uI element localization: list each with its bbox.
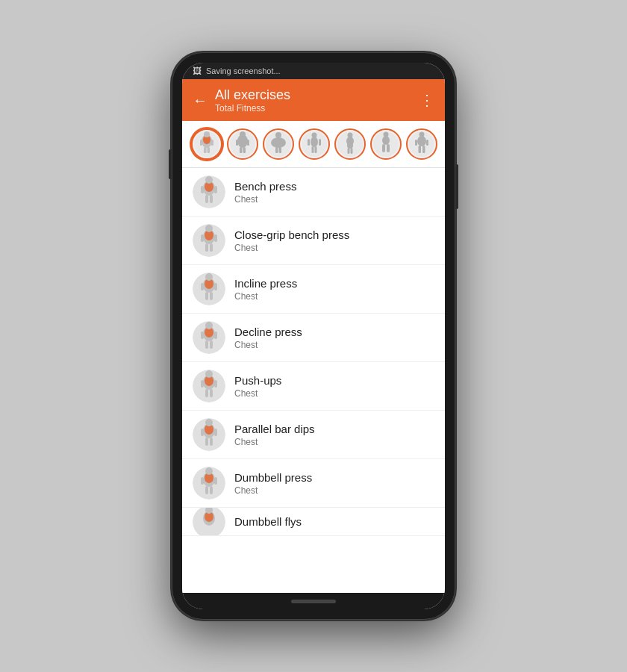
exercise-thumb-6 xyxy=(193,467,225,500)
muscle-filter-row xyxy=(182,121,445,168)
svg-rect-84 xyxy=(210,389,213,397)
svg-rect-89 xyxy=(201,429,204,436)
exercise-thumb-3 xyxy=(193,321,225,354)
svg-point-35 xyxy=(382,136,390,145)
svg-rect-37 xyxy=(387,144,390,152)
phone-screen: 🖼 Saving screenshot... ← All exercises T… xyxy=(182,63,445,609)
exercise-list: Bench press Chest xyxy=(182,168,445,593)
svg-point-16 xyxy=(271,137,286,148)
status-message: Saving screenshot... xyxy=(206,66,281,75)
exercise-info-3: Decline press Chest xyxy=(234,326,434,350)
svg-rect-57 xyxy=(201,234,204,242)
svg-rect-32 xyxy=(351,148,353,154)
svg-point-56 xyxy=(205,225,213,232)
svg-point-88 xyxy=(205,419,213,426)
home-bar xyxy=(182,593,445,609)
title-block: All exercises Total Fitness xyxy=(215,87,412,113)
svg-rect-59 xyxy=(205,243,208,252)
exercise-thumb-4 xyxy=(193,370,225,402)
svg-rect-25 xyxy=(312,146,314,153)
exercise-info-4: Push-ups Chest xyxy=(234,374,434,399)
svg-rect-58 xyxy=(214,234,217,242)
svg-rect-75 xyxy=(205,340,208,349)
svg-point-80 xyxy=(205,370,213,378)
exercise-name-7: Dumbbell flys xyxy=(234,515,434,528)
exercise-name-4: Push-ups xyxy=(234,374,434,387)
svg-rect-73 xyxy=(201,332,204,339)
exercise-name-2: Incline press xyxy=(234,277,434,290)
exercise-item-0[interactable]: Bench press Chest xyxy=(182,168,445,217)
exercise-muscle-1: Chest xyxy=(234,243,434,253)
exercise-item-3[interactable]: Decline press Chest xyxy=(182,314,445,362)
svg-rect-24 xyxy=(319,139,321,146)
app-bar-subtitle: Total Fitness xyxy=(215,103,412,113)
more-button[interactable]: ⋮ xyxy=(419,91,434,109)
exercise-thumb-7 xyxy=(193,508,225,536)
svg-rect-52 xyxy=(210,195,213,203)
exercise-item-2[interactable]: Incline press Chest xyxy=(182,265,445,314)
exercise-thumb-1 xyxy=(193,224,225,257)
exercise-muscle-5: Chest xyxy=(234,437,434,447)
exercise-item-7[interactable]: Dumbbell flys xyxy=(182,508,445,536)
svg-rect-81 xyxy=(201,380,204,388)
svg-rect-14 xyxy=(243,147,246,153)
exercise-item-4[interactable]: Push-ups Chest xyxy=(182,362,445,411)
svg-rect-4 xyxy=(200,140,202,146)
exercise-muscle-2: Chest xyxy=(234,291,434,302)
svg-rect-50 xyxy=(214,186,217,193)
svg-point-3 xyxy=(204,131,210,137)
svg-point-48 xyxy=(205,176,213,184)
svg-point-96 xyxy=(205,467,213,475)
svg-rect-43 xyxy=(419,146,422,153)
svg-point-22 xyxy=(311,137,318,147)
svg-point-40 xyxy=(417,136,426,146)
exercise-muscle-4: Chest xyxy=(234,388,434,399)
exercise-item-6[interactable]: Dumbbell press Chest xyxy=(182,459,445,508)
svg-rect-11 xyxy=(236,140,238,146)
muscle-filter-core[interactable] xyxy=(334,128,366,160)
exercise-name-5: Parallel bar dips xyxy=(234,423,434,435)
exercise-info-7: Dumbbell flys xyxy=(234,515,434,528)
muscle-filter-back[interactable] xyxy=(227,128,258,160)
svg-rect-65 xyxy=(201,283,204,290)
svg-rect-36 xyxy=(382,144,385,152)
exercise-info-6: Dumbbell press Chest xyxy=(234,471,434,496)
home-indicator[interactable] xyxy=(291,600,336,603)
back-button[interactable]: ← xyxy=(193,93,208,108)
svg-rect-41 xyxy=(415,140,417,146)
svg-rect-74 xyxy=(214,332,217,339)
svg-rect-13 xyxy=(240,147,243,153)
svg-rect-76 xyxy=(210,340,213,349)
svg-point-17 xyxy=(275,132,281,138)
exercise-name-0: Bench press xyxy=(234,180,434,193)
muscle-filter-arms[interactable] xyxy=(299,128,330,160)
svg-rect-83 xyxy=(205,389,208,397)
svg-rect-19 xyxy=(279,147,282,153)
app-bar: ← All exercises Total Fitness ⋮ xyxy=(182,79,445,121)
exercise-thumb-2 xyxy=(193,273,225,305)
svg-rect-31 xyxy=(348,148,350,154)
exercise-name-6: Dumbbell press xyxy=(234,471,434,484)
exercise-item-1[interactable]: Close-grip bench press Chest xyxy=(182,217,445,265)
svg-rect-100 xyxy=(210,486,213,494)
svg-rect-44 xyxy=(422,146,425,153)
svg-rect-60 xyxy=(210,243,213,252)
svg-point-10 xyxy=(240,131,246,137)
muscle-filter-chest[interactable] xyxy=(191,128,222,160)
exercise-item-5[interactable]: Parallel bar dips Chest xyxy=(182,411,445,459)
svg-rect-5 xyxy=(211,140,213,146)
exercise-info-0: Bench press Chest xyxy=(234,180,434,205)
svg-point-64 xyxy=(205,273,213,281)
muscle-filter-legs[interactable] xyxy=(370,128,402,160)
svg-rect-91 xyxy=(205,438,208,446)
svg-rect-67 xyxy=(205,292,208,300)
svg-rect-18 xyxy=(275,147,278,153)
svg-rect-7 xyxy=(208,147,210,153)
svg-point-30 xyxy=(347,143,353,149)
svg-rect-42 xyxy=(426,140,428,146)
svg-rect-12 xyxy=(247,140,249,146)
muscle-filter-fullbody[interactable] xyxy=(406,128,437,160)
exercise-name-3: Decline press xyxy=(234,326,434,338)
muscle-filter-shoulders[interactable] xyxy=(263,128,294,160)
exercise-muscle-3: Chest xyxy=(234,340,434,350)
